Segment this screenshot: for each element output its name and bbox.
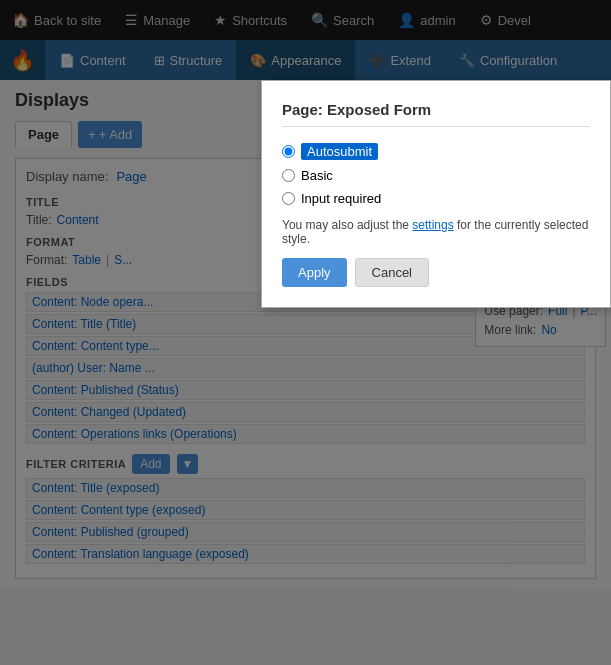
input-required-radio[interactable]: [282, 192, 295, 205]
basic-radio[interactable]: [282, 169, 295, 182]
format-radio-group: Autosubmit Basic Input required: [282, 143, 590, 206]
modal-overlay: Page: Exposed Form Autosubmit Basic Inpu…: [0, 0, 611, 665]
input-required-label: Input required: [301, 191, 381, 206]
modal-actions: Apply Cancel: [282, 258, 590, 287]
autosubmit-radio[interactable]: [282, 145, 295, 158]
modal-note: You may also adjust the settings for the…: [282, 218, 590, 246]
input-required-option[interactable]: Input required: [282, 191, 590, 206]
exposed-form-modal: Page: Exposed Form Autosubmit Basic Inpu…: [261, 80, 611, 308]
basic-option[interactable]: Basic: [282, 168, 590, 183]
basic-label: Basic: [301, 168, 333, 183]
settings-link[interactable]: settings: [412, 218, 453, 232]
apply-button[interactable]: Apply: [282, 258, 347, 287]
modal-title: Page: Exposed Form: [282, 101, 590, 127]
cancel-button[interactable]: Cancel: [355, 258, 429, 287]
autosubmit-option[interactable]: Autosubmit: [282, 143, 590, 160]
autosubmit-label: Autosubmit: [301, 143, 378, 160]
modal-note-text: You may also adjust the: [282, 218, 409, 232]
